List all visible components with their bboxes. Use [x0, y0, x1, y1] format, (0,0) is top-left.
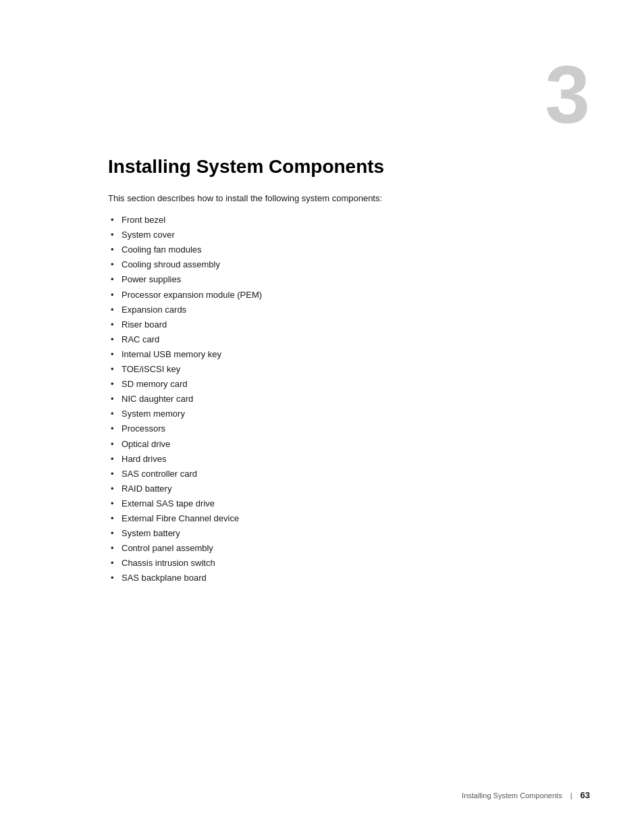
list-item: RAC card: [108, 332, 576, 347]
list-item: RAID battery: [108, 481, 576, 496]
list-item: Control panel assembly: [108, 541, 576, 556]
list-item: External SAS tape drive: [108, 496, 576, 511]
list-item: Front bezel: [108, 213, 576, 228]
list-item: Power supplies: [108, 272, 576, 287]
list-item: Chassis intrusion switch: [108, 556, 576, 571]
list-item: Expansion cards: [108, 303, 576, 317]
footer-page-number: 63: [581, 790, 590, 800]
page-container: 3 Installing System Components This sect…: [0, 0, 644, 834]
list-item: System cover: [108, 228, 576, 242]
chapter-number: 3: [545, 54, 590, 135]
list-item: Optical drive: [108, 437, 576, 452]
footer-separator: |: [570, 791, 572, 800]
list-item: SD memory card: [108, 377, 576, 392]
list-item: NIC daughter card: [108, 392, 576, 407]
list-item: SAS backplane board: [108, 571, 576, 585]
list-item: Processor expansion module (PEM): [108, 288, 576, 303]
list-item: Processors: [108, 421, 576, 436]
list-item: System battery: [108, 526, 576, 541]
list-item: System memory: [108, 407, 576, 421]
chapter-title: Installing System Components: [108, 155, 576, 178]
intro-text: This section describes how to install th…: [108, 192, 576, 205]
list-item: External Fibre Channel device: [108, 511, 576, 526]
footer-section-label: Installing System Components: [462, 791, 562, 800]
content-area: Installing System Components This sectio…: [108, 0, 576, 585]
list-item: Cooling shroud assembly: [108, 257, 576, 272]
list-item: Internal USB memory key: [108, 347, 576, 362]
list-item: Riser board: [108, 317, 576, 332]
component-list: Front bezelSystem coverCooling fan modul…: [108, 213, 576, 585]
list-item: Cooling fan modules: [108, 242, 576, 257]
page-footer: Installing System Components | 63: [0, 790, 644, 800]
list-item: SAS controller card: [108, 467, 576, 481]
list-item: Hard drives: [108, 452, 576, 467]
list-item: TOE/iSCSI key: [108, 362, 576, 377]
